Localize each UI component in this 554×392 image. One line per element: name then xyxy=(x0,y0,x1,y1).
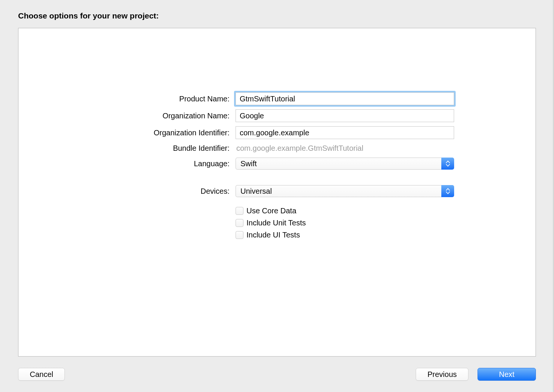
product-name-input[interactable] xyxy=(236,92,454,105)
devices-select-value: Universal xyxy=(236,185,441,197)
checkbox-group: Use Core Data Include Unit Tests Include… xyxy=(236,207,454,239)
include-ui-tests-checkbox[interactable] xyxy=(236,231,243,239)
devices-select[interactable]: Universal xyxy=(236,185,454,197)
use-core-data-row: Use Core Data xyxy=(236,207,454,215)
button-bar: Cancel Previous Next xyxy=(18,357,536,381)
updown-arrow-icon xyxy=(441,158,454,170)
form-grid: Product Name: Organization Name: Organiz… xyxy=(18,92,536,239)
bundle-identifier-value: com.google.example.GtmSwiftTutorial xyxy=(236,143,454,153)
include-ui-tests-label: Include UI Tests xyxy=(246,231,300,239)
previous-button[interactable]: Previous xyxy=(416,368,468,381)
next-button[interactable]: Next xyxy=(477,368,536,381)
cancel-button[interactable]: Cancel xyxy=(18,368,65,381)
organization-name-input[interactable] xyxy=(236,109,454,122)
include-unit-tests-row: Include Unit Tests xyxy=(236,219,454,227)
include-unit-tests-label: Include Unit Tests xyxy=(246,219,306,227)
product-name-label: Product Name: xyxy=(18,95,230,103)
language-select-value: Swift xyxy=(236,158,441,170)
devices-label: Devices: xyxy=(18,187,230,196)
form-panel: Product Name: Organization Name: Organiz… xyxy=(18,28,536,357)
use-core-data-label: Use Core Data xyxy=(246,207,296,215)
use-core-data-checkbox[interactable] xyxy=(236,207,243,215)
language-select[interactable]: Swift xyxy=(236,158,454,170)
organization-identifier-input[interactable] xyxy=(236,126,454,139)
include-unit-tests-checkbox[interactable] xyxy=(236,219,243,227)
dialog-title: Choose options for your new project: xyxy=(18,11,536,20)
include-ui-tests-row: Include UI Tests xyxy=(236,231,454,239)
language-label: Language: xyxy=(18,159,230,168)
bundle-identifier-label: Bundle Identifier: xyxy=(18,144,230,153)
updown-arrow-icon xyxy=(441,185,454,197)
organization-name-label: Organization Name: xyxy=(18,112,230,120)
new-project-options-dialog: Choose options for your new project: Pro… xyxy=(0,0,554,392)
organization-identifier-label: Organization Identifier: xyxy=(18,129,230,137)
